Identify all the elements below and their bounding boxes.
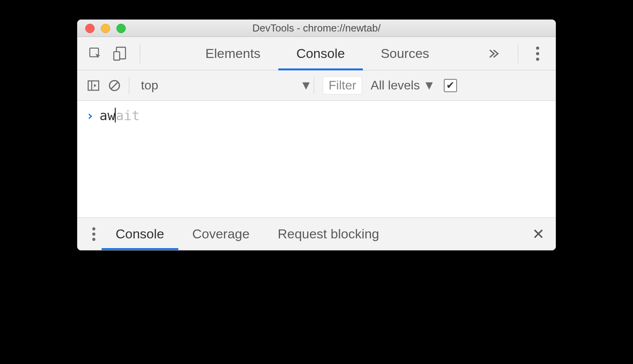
svg-point-12	[92, 238, 95, 241]
device-toolbar-icon[interactable]	[108, 41, 133, 66]
svg-point-11	[92, 233, 95, 236]
svg-point-4	[536, 52, 539, 55]
zoom-window-button[interactable]	[116, 24, 126, 33]
divider	[518, 44, 518, 63]
window-title: DevTools - chrome://newtab/	[77, 22, 556, 34]
filter-input[interactable]: Filter	[323, 76, 362, 94]
caret-down-icon: ▼	[423, 78, 435, 93]
divider	[129, 77, 129, 94]
caret-down-icon: ▼	[300, 78, 312, 93]
svg-rect-2	[114, 52, 120, 60]
close-window-button[interactable]	[85, 24, 95, 33]
console-autocomplete-ghost: ait	[116, 108, 139, 123]
svg-point-3	[536, 46, 539, 49]
divider	[314, 77, 314, 94]
drawer: Console Coverage Request blocking ✕	[77, 217, 556, 250]
tab-console[interactable]: Console	[278, 37, 363, 70]
svg-line-9	[111, 82, 118, 89]
inspect-element-icon[interactable]	[83, 41, 108, 66]
group-similar-checkbox[interactable]: ✔	[444, 79, 457, 92]
customize-menu-icon[interactable]	[525, 41, 550, 66]
more-tabs-icon[interactable]	[487, 47, 511, 60]
tab-elements[interactable]: Elements	[187, 37, 278, 70]
devtools-window: DevTools - chrome://newtab/ Elements Con…	[77, 19, 556, 250]
svg-point-10	[92, 227, 95, 230]
drawer-tab-request-blocking[interactable]: Request blocking	[264, 218, 393, 250]
clear-console-icon[interactable]	[104, 73, 125, 98]
console-toolbar: top ▼ Filter All levels ▼ ✔	[77, 70, 556, 101]
console-input-typed[interactable]: aw	[99, 108, 115, 123]
toggle-sidebar-icon[interactable]	[83, 73, 104, 98]
titlebar: DevTools - chrome://newtab/	[77, 20, 556, 37]
drawer-menu-icon[interactable]	[86, 222, 102, 247]
levels-label: All levels	[371, 78, 420, 93]
drawer-tabs: Console Coverage Request blocking	[102, 218, 393, 250]
main-tabs: Elements Console Sources	[147, 37, 487, 70]
log-levels-selector[interactable]: All levels ▼	[371, 78, 435, 93]
console-body[interactable]: ›await	[77, 101, 556, 217]
svg-point-5	[536, 58, 539, 61]
main-tabstrip: Elements Console Sources	[77, 37, 556, 70]
close-drawer-icon[interactable]: ✕	[530, 226, 547, 243]
divider	[140, 44, 140, 63]
drawer-tab-console[interactable]: Console	[102, 218, 178, 250]
minimize-window-button[interactable]	[101, 24, 110, 33]
context-label: top	[141, 78, 293, 93]
execution-context-selector[interactable]: top ▼	[133, 78, 312, 93]
drawer-tab-coverage[interactable]: Coverage	[178, 218, 264, 250]
prompt-icon: ›	[86, 108, 94, 123]
tab-sources[interactable]: Sources	[363, 37, 447, 70]
svg-rect-6	[88, 81, 99, 90]
traffic-lights	[77, 24, 126, 33]
